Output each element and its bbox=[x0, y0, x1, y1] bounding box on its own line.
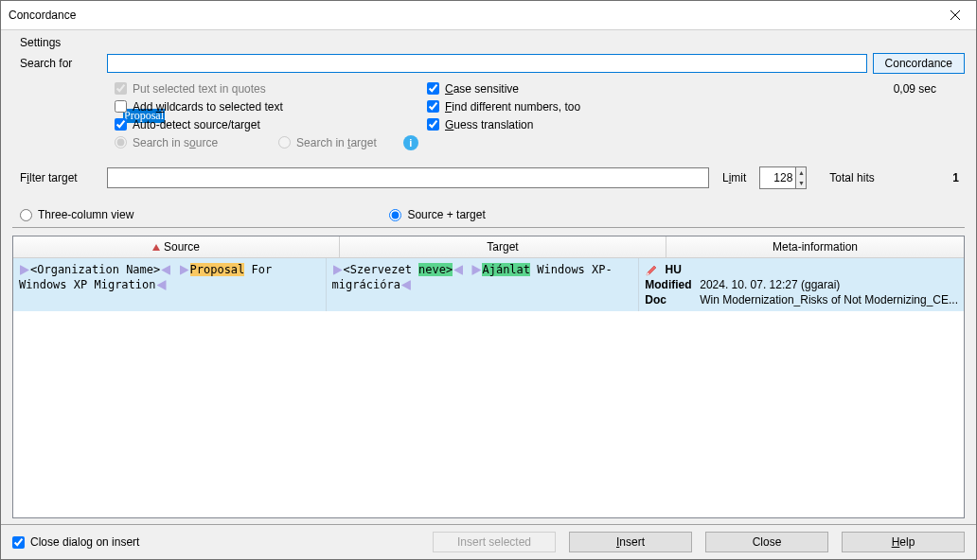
guess-translation-checkbox[interactable] bbox=[427, 118, 439, 131]
column-header-source[interactable]: Source bbox=[13, 236, 340, 257]
info-icon: i bbox=[403, 135, 418, 150]
target-highlight: Ajánlat bbox=[482, 263, 530, 276]
meta-language: HU bbox=[666, 263, 682, 276]
add-wildcards-label: Add wildcards to selected text bbox=[133, 100, 283, 114]
put-quotes-label: Put selected text in quotes bbox=[133, 82, 266, 96]
three-column-view-radio[interactable] bbox=[20, 209, 32, 221]
case-sensitive-checkbox[interactable] bbox=[427, 82, 439, 95]
source-highlight: Proposal bbox=[190, 263, 245, 276]
insert-button[interactable]: Insert bbox=[569, 532, 692, 552]
find-numbers-label: Find different numbers, too bbox=[445, 100, 580, 114]
settings-label: Settings bbox=[20, 36, 965, 49]
meta-modified-value: 2024. 10. 07. 12:27 (ggarai) bbox=[700, 278, 840, 291]
limit-label: Limit bbox=[722, 171, 746, 184]
concordance-button[interactable]: Concordance bbox=[873, 53, 965, 74]
tag-close-icon bbox=[401, 280, 411, 290]
tag-open-icon bbox=[333, 265, 343, 275]
limit-spinner[interactable]: ▲▼ bbox=[759, 166, 807, 189]
result-target-cell: <Szervezet neve> Ajánlat Windows XP-migr… bbox=[327, 258, 640, 311]
search-for-label: Search for bbox=[12, 57, 107, 70]
source-target-view-radio-group[interactable]: Source + target bbox=[389, 208, 485, 221]
source-target-view-radio[interactable] bbox=[389, 209, 401, 221]
close-icon bbox=[950, 10, 960, 20]
filter-target-input[interactable] bbox=[107, 167, 709, 188]
total-hits-label: Total hits bbox=[829, 171, 874, 184]
tag-open-icon bbox=[180, 265, 189, 275]
case-sensitive-label: Case sensitive bbox=[445, 82, 519, 96]
add-wildcards-checkbox[interactable] bbox=[115, 100, 127, 113]
tag-open-icon bbox=[20, 265, 29, 275]
three-column-view-radio-group[interactable]: Three-column view bbox=[20, 208, 133, 221]
search-input[interactable] bbox=[107, 54, 867, 73]
window-close-button[interactable] bbox=[933, 1, 976, 29]
tag-close-icon bbox=[157, 280, 167, 290]
column-header-meta[interactable]: Meta-information bbox=[666, 236, 964, 257]
filter-target-label: Filter target bbox=[12, 171, 107, 184]
column-header-target[interactable]: Target bbox=[340, 236, 666, 257]
edit-icon bbox=[645, 264, 658, 277]
search-source-radio bbox=[115, 136, 127, 149]
close-on-insert-checkbox[interactable] bbox=[12, 536, 25, 549]
window-title: Concordance bbox=[1, 9, 76, 22]
target-highlight: neve> bbox=[418, 263, 453, 276]
tag-open-icon bbox=[471, 265, 481, 275]
meta-doc-value: Win Modernization_Risks of Not Modernizi… bbox=[700, 293, 958, 306]
sort-asc-icon bbox=[152, 244, 160, 251]
tag-close-icon bbox=[161, 265, 170, 275]
three-column-view-label: Three-column view bbox=[38, 208, 133, 221]
meta-modified-label: Modified bbox=[645, 277, 700, 292]
result-source-cell: <Organization Name> Proposal For Windows… bbox=[13, 258, 327, 311]
result-meta-cell: HU Modified2024. 10. 07. 12:27 (ggarai) … bbox=[639, 258, 964, 311]
result-row[interactable]: <Organization Name> Proposal For Windows… bbox=[13, 258, 964, 311]
close-on-insert[interactable]: Close dialog on insert bbox=[12, 535, 139, 549]
guess-translation-label: Guess translation bbox=[445, 118, 533, 131]
auto-detect-checkbox[interactable] bbox=[115, 118, 127, 131]
titlebar: Concordance bbox=[1, 1, 976, 30]
spinner-down-icon[interactable]: ▼ bbox=[796, 178, 806, 188]
tag-close-icon bbox=[453, 265, 463, 275]
close-button[interactable]: Close bbox=[705, 532, 828, 552]
total-hits-value: 1 bbox=[952, 171, 965, 184]
spinner-up-icon[interactable]: ▲ bbox=[796, 167, 806, 178]
put-quotes-checkbox bbox=[115, 82, 127, 95]
auto-detect-label: Auto-detect source/target bbox=[133, 118, 260, 131]
meta-doc-label: Doc bbox=[645, 292, 700, 307]
results-panel: Source Target Meta-information <Organiza… bbox=[12, 236, 965, 518]
search-time-label: 0,09 sec bbox=[894, 82, 936, 96]
search-target-radio bbox=[278, 136, 291, 149]
limit-value-input[interactable] bbox=[760, 167, 795, 188]
search-target-label: Search in target bbox=[296, 136, 377, 149]
search-source-label: Search in source bbox=[133, 136, 218, 149]
insert-selected-button: Insert selected bbox=[433, 532, 556, 552]
help-button[interactable]: Help bbox=[842, 532, 965, 552]
source-target-view-label: Source + target bbox=[407, 208, 485, 221]
find-numbers-checkbox[interactable] bbox=[427, 100, 439, 113]
